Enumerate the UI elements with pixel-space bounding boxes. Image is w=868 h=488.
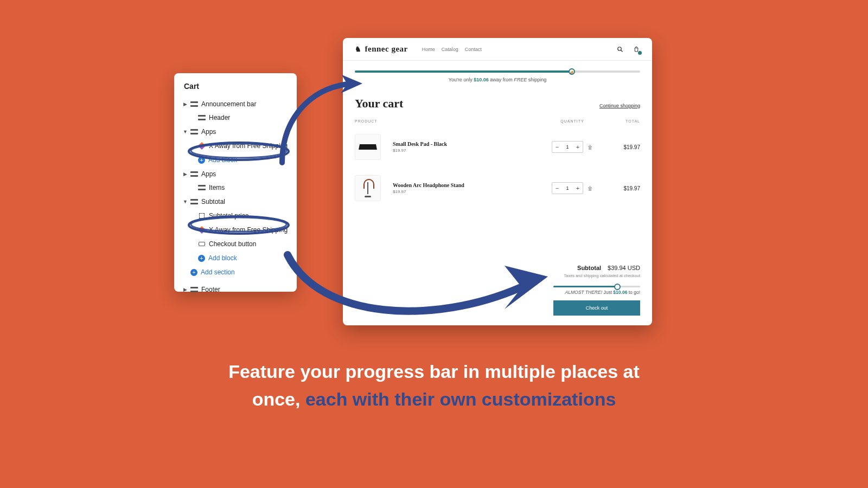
subtotal-label: Subtotal xyxy=(577,265,601,271)
store-header: ♞ fennec gear Home Catalog Contact xyxy=(343,38,652,61)
outline-apps[interactable]: ▼ Apps xyxy=(182,125,289,139)
product-thumbnail[interactable] xyxy=(355,175,381,201)
product-thumbnail[interactable] xyxy=(355,134,381,160)
outline-footer[interactable]: ▶ Footer xyxy=(182,282,289,297)
plus-circle-icon: + xyxy=(190,269,197,276)
store-brand[interactable]: ♞ fennec gear xyxy=(355,44,408,54)
section-icon xyxy=(198,114,206,121)
progress-knob-icon xyxy=(614,284,621,290)
progress-knob-icon: 🚚 xyxy=(569,68,575,75)
continue-shopping-link[interactable]: Continue shopping xyxy=(599,103,640,108)
outline-label: Checkout button xyxy=(209,239,256,249)
nav-contact[interactable]: Contact xyxy=(465,47,482,52)
theme-editor-panel: Cart ▶ Announcement bar Header ▼ Apps X … xyxy=(174,73,297,292)
outline-items[interactable]: Items xyxy=(182,181,289,195)
checkout-button[interactable]: Check out xyxy=(553,300,640,316)
quantity-stepper[interactable]: − 1 + xyxy=(552,182,583,194)
outline-label: Items xyxy=(209,183,225,192)
progress-bar-top: 🚚 You're only $10.06 away from FREE ship… xyxy=(343,61,652,88)
caret-right-icon: ▶ xyxy=(183,285,187,294)
qty-value: 1 xyxy=(562,185,573,191)
outline-label: Header xyxy=(209,113,230,123)
subtotal-value: $39.94 USD xyxy=(608,265,640,271)
editor-title: Cart xyxy=(182,82,289,91)
cart-badge xyxy=(638,51,642,55)
qty-plus-button[interactable]: + xyxy=(573,142,583,152)
col-quantity: QUANTITY xyxy=(542,119,602,123)
button-block-icon xyxy=(198,241,206,247)
outline-subtotal[interactable]: ▼ Subtotal xyxy=(182,195,289,209)
section-icon xyxy=(190,286,198,293)
qty-plus-button[interactable]: + xyxy=(573,183,583,194)
nav-home[interactable]: Home xyxy=(422,47,435,52)
outline-xaway-block-1[interactable]: X Away from Free Shipping xyxy=(182,139,289,153)
line-total: $19.97 xyxy=(608,144,640,150)
tax-note: Taxes and shipping calculated at checkou… xyxy=(355,273,640,278)
product-unit-price: $19.97 xyxy=(393,148,537,153)
line-total: $19.97 xyxy=(608,185,640,191)
plus-circle-icon: + xyxy=(198,255,205,262)
product-unit-price: $19.97 xyxy=(393,189,537,194)
qty-value: 1 xyxy=(562,144,573,150)
outline-label: X Away from Free Shipping xyxy=(209,225,288,235)
qty-minus-button[interactable]: − xyxy=(552,183,562,194)
add-block-label: Add block xyxy=(208,253,237,263)
add-section[interactable]: + Add section xyxy=(182,265,289,279)
product-name[interactable]: Small Desk Pad - Black xyxy=(393,141,537,147)
remove-line-icon[interactable]: 🗑 xyxy=(588,185,593,191)
outline-label: Announcement bar xyxy=(201,99,256,109)
add-block-2[interactable]: + Add block xyxy=(182,251,289,265)
quantity-stepper[interactable]: − 1 + xyxy=(552,141,583,153)
app-block-icon xyxy=(198,227,206,233)
progress-text-top: You're only $10.06 away from FREE shippi… xyxy=(355,77,640,82)
add-block-1[interactable]: + Add block xyxy=(182,153,289,167)
svg-point-4 xyxy=(618,47,622,50)
progress-text-bottom: ALMOST THERE! Just $10.06 to go! xyxy=(355,290,640,295)
brand-name: fennec gear xyxy=(365,44,408,54)
add-section-label: Add section xyxy=(201,267,235,277)
marketing-caption: Feature your progress bar in multiple pl… xyxy=(0,358,868,413)
plus-circle-icon: + xyxy=(198,157,205,164)
col-product: PRODUCT xyxy=(355,119,537,123)
outline-label: Subtotal price xyxy=(209,211,248,221)
qty-minus-button[interactable]: − xyxy=(552,142,562,152)
outline-subtotal-price[interactable]: Subtotal price xyxy=(182,209,289,223)
section-icon xyxy=(190,129,198,135)
section-icon xyxy=(190,198,198,205)
outline-label: X Away from Free Shipping xyxy=(209,141,288,151)
cart-summary: Subtotal $39.94 USD Taxes and shipping c… xyxy=(343,254,652,325)
app-block-icon xyxy=(198,143,206,149)
outline-announcement-bar[interactable]: ▶ Announcement bar xyxy=(182,97,289,111)
outline-label: Apps xyxy=(201,169,216,179)
search-icon[interactable] xyxy=(616,46,624,53)
product-name[interactable]: Wooden Arc Headphone Stand xyxy=(393,182,537,188)
add-block-label: Add block xyxy=(208,155,237,165)
outline-apps-2[interactable]: ▶ Apps xyxy=(182,167,289,181)
section-icon xyxy=(198,184,206,191)
caret-right-icon: ▶ xyxy=(183,99,187,109)
outline-xaway-block-2[interactable]: X Away from Free Shipping xyxy=(182,223,289,237)
caret-right-icon: ▶ xyxy=(183,169,187,179)
outline-checkout-button[interactable]: Checkout button xyxy=(182,237,289,251)
remove-line-icon[interactable]: 🗑 xyxy=(588,144,593,150)
cart-line-item: Small Desk Pad - Black $19.97 − 1 + 🗑 $1… xyxy=(355,126,640,168)
cart-title: Your cart xyxy=(355,97,403,111)
cart-icon[interactable] xyxy=(633,46,640,53)
cart-line-item: Wooden Arc Headphone Stand $19.97 − 1 + … xyxy=(355,168,640,209)
brand-logo-icon: ♞ xyxy=(355,45,362,54)
nav-catalog[interactable]: Catalog xyxy=(442,47,458,52)
storefront-preview: ♞ fennec gear Home Catalog Contact 🚚 You… xyxy=(343,38,652,325)
caret-down-icon: ▼ xyxy=(183,127,187,137)
col-total: TOTAL xyxy=(608,119,640,123)
svg-line-5 xyxy=(621,50,623,52)
price-block-icon xyxy=(198,213,206,219)
caret-down-icon: ▼ xyxy=(183,197,187,207)
section-icon xyxy=(190,171,198,177)
progress-bar-bottom xyxy=(553,286,640,287)
cart-column-headers: PRODUCT QUANTITY TOTAL xyxy=(355,116,640,126)
outline-label: Subtotal xyxy=(201,197,225,207)
section-icon xyxy=(190,101,198,107)
outline-label: Apps xyxy=(201,127,216,137)
outline-header[interactable]: Header xyxy=(182,111,289,125)
outline-label: Footer xyxy=(201,285,220,294)
